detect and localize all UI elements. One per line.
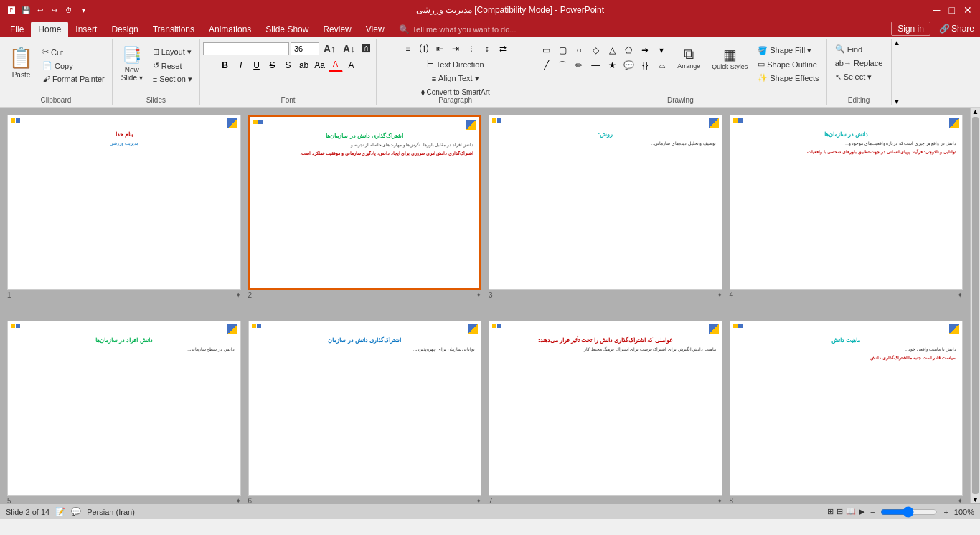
paste-button[interactable]: 📋 Paste — [4, 43, 38, 82]
zoom-minus[interactable]: − — [870, 508, 875, 516]
tab-slideshow[interactable]: Slide Show — [258, 22, 316, 37]
shape-curve[interactable]: ⌒ — [555, 58, 570, 72]
font-name-input[interactable] — [203, 42, 289, 55]
strikethrough-button[interactable]: S — [265, 58, 280, 72]
columns-button[interactable]: ⫶ — [464, 42, 479, 56]
shape-effects-button[interactable]: ✨ Shape Effects — [755, 72, 821, 84]
shape-diamond[interactable]: ◇ — [588, 43, 603, 57]
reset-button[interactable]: ↺Reset — [150, 60, 195, 72]
slide-thumb-6[interactable]: اشتراک‌گذاری دانش در سازمانتوانایی سازما… — [248, 321, 482, 496]
italic-button[interactable]: I — [234, 58, 248, 72]
ribbon-scroll-up[interactable]: ▲ — [892, 39, 902, 47]
tab-animations[interactable]: Animations — [202, 22, 258, 37]
shape-rounded-rect[interactable]: ▢ — [555, 43, 570, 57]
shadow-button[interactable]: S — [281, 58, 296, 72]
find-button[interactable]: 🔍 Find — [832, 43, 865, 55]
tab-review[interactable]: Review — [316, 22, 358, 37]
shape-triangle[interactable]: △ — [605, 43, 619, 57]
restore-button[interactable]: □ — [947, 4, 957, 16]
zoom-plus[interactable]: + — [943, 508, 948, 516]
slideshow-icon[interactable]: ▶ — [859, 507, 864, 516]
slide-logo-8 — [949, 324, 959, 334]
slide-sorter-icon[interactable]: ⊟ — [837, 507, 843, 516]
tab-view[interactable]: View — [359, 22, 392, 37]
tab-file[interactable]: File — [3, 22, 31, 37]
slide-thumb-3[interactable]: روش:توصیف و تحلیل دیده‌های سازمانی... — [489, 115, 722, 290]
bold-button[interactable]: B — [218, 58, 232, 72]
copy-button[interactable]: 📄Copy — [39, 60, 108, 72]
decrease-font-button[interactable]: A↓ — [340, 42, 358, 56]
underline-button[interactable]: U — [250, 58, 264, 72]
tab-search[interactable]: 🔍Tell me what you want to do... — [392, 22, 524, 37]
tab-home[interactable]: Home — [31, 22, 68, 37]
char-spacing-button[interactable]: ab — [297, 58, 311, 72]
share-button[interactable]: 🔗 Share — [933, 22, 980, 35]
save-icon[interactable]: 💾 — [20, 4, 32, 16]
tab-design[interactable]: Design — [104, 22, 145, 37]
undo-icon[interactable]: ↩ — [34, 4, 46, 16]
shape-callout[interactable]: 💬 — [621, 58, 636, 72]
zoom-slider[interactable] — [880, 506, 938, 518]
shape-connector[interactable]: — — [588, 58, 603, 72]
slide-thumb-1[interactable]: بنام خدامدیریت ورزشی — [7, 115, 241, 290]
normal-view-icon[interactable]: ⊞ — [827, 507, 834, 516]
slide-number-8: 8✦ — [730, 497, 963, 503]
dropdown-icon[interactable]: ▾ — [77, 4, 89, 16]
shape-arrow[interactable]: ➜ — [638, 43, 652, 57]
text-direction-button[interactable]: ⊢ Text Direction — [424, 58, 487, 70]
close-button[interactable]: ✕ — [961, 4, 974, 16]
layout-button[interactable]: ⊞Layout ▾ — [150, 46, 195, 58]
increase-indent-button[interactable]: ⇥ — [448, 42, 463, 56]
shape-arc[interactable]: ⌓ — [654, 58, 669, 72]
shape-pentagon[interactable]: ⬠ — [621, 43, 636, 57]
tab-transitions[interactable]: Transitions — [146, 22, 202, 37]
format-painter-button[interactable]: 🖌Format Painter — [39, 73, 108, 85]
tab-insert[interactable]: Insert — [68, 22, 104, 37]
clear-format-button[interactable]: 🅰 — [359, 43, 373, 55]
line-spacing-button[interactable]: ↕ — [480, 42, 494, 56]
redo-icon[interactable]: ↪ — [49, 4, 60, 16]
slide-thumb-8[interactable]: ماهیت دانشدانش با ماهیت واقعی خود...سیاس… — [730, 321, 963, 496]
font-color-button[interactable]: A — [329, 58, 343, 72]
numbering-button[interactable]: ⑴ — [417, 42, 431, 56]
ribbon-scroll-down[interactable]: ▼ — [892, 98, 902, 105]
font-size-input[interactable] — [291, 42, 319, 55]
shape-freeform[interactable]: ✏ — [572, 58, 586, 72]
decrease-indent-button[interactable]: ⇤ — [433, 42, 447, 56]
scroll-down-button[interactable]: ▼ — [971, 496, 980, 503]
reading-view-icon[interactable]: 📖 — [846, 507, 856, 516]
shape-eq[interactable]: {} — [638, 58, 652, 72]
section-button[interactable]: ≡Section ▾ — [150, 73, 195, 85]
shape-more[interactable]: ▾ — [654, 43, 669, 57]
slide-thumb-7[interactable]: عواملی که اشتراک‌گذاری دانش را تحت تأثیر… — [489, 321, 722, 496]
slide-thumb-5[interactable]: دانش افراد در سازمان‌هادانش در سطح سازما… — [7, 321, 241, 496]
shape-rect[interactable]: ▭ — [539, 43, 553, 57]
scroll-up-button[interactable]: ▲ — [971, 108, 980, 115]
bullets-button[interactable]: ≡ — [401, 42, 415, 56]
direction-button[interactable]: ⇄ — [496, 42, 510, 56]
shape-star[interactable]: ★ — [605, 58, 619, 72]
font-highlight-button[interactable]: A — [344, 58, 359, 72]
shape-line[interactable]: ╱ — [539, 58, 553, 72]
shape-oval[interactable]: ○ — [572, 43, 586, 57]
slide-logo-2 — [466, 120, 476, 130]
minimize-button[interactable]: ─ — [931, 4, 943, 16]
select-button[interactable]: ↖ Select ▾ — [832, 71, 875, 83]
change-case-button[interactable]: Aa — [313, 58, 327, 72]
align-text-button[interactable]: ≡ Align Text ▾ — [429, 72, 482, 85]
increase-font-button[interactable]: A↑ — [321, 42, 339, 56]
arrange-button[interactable]: ⧉ Arrange — [673, 43, 705, 72]
shape-fill-button[interactable]: 🪣 Shape Fill ▾ — [755, 44, 821, 57]
shape-outline-button[interactable]: ▭ Shape Outline — [755, 58, 821, 70]
ribbon-scrollbar[interactable]: ▲ ▼ — [892, 39, 902, 105]
vertical-scrollbar[interactable]: ▲ ▼ — [970, 108, 980, 503]
quick-styles-button[interactable]: ▦ Quick Styles — [707, 43, 752, 73]
slide-thumb-4[interactable]: دانش در سازمان‌هادانش در واقع هر چیزی اس… — [730, 115, 963, 290]
replace-button[interactable]: ab→ Replace — [832, 57, 886, 69]
slide-thumb-2[interactable]: اشتراک‌گذاری دانش در سازمان‌هادانش افراد… — [248, 115, 482, 290]
sign-in-button[interactable]: Sign in — [891, 22, 930, 36]
slide-number-3: 3✦ — [489, 291, 722, 299]
cut-button[interactable]: ✂Cut — [39, 46, 108, 58]
new-slide-button[interactable]: 📑 NewSlide ▾ — [117, 43, 147, 85]
scroll-thumb[interactable] — [972, 117, 979, 494]
